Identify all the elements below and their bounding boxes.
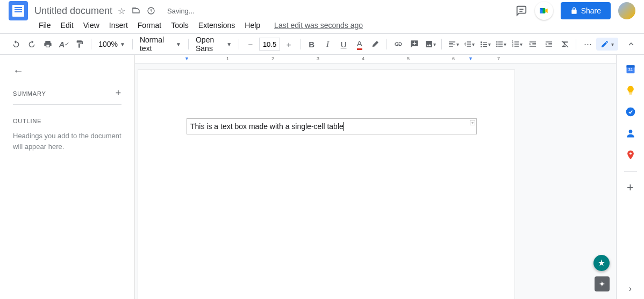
svg-text:31: 31	[628, 67, 632, 72]
highlight-button[interactable]	[368, 37, 383, 52]
font-decrease-button[interactable]: −	[243, 37, 258, 52]
insert-image-button[interactable]: ▾	[423, 37, 438, 52]
menu-tools[interactable]: Tools	[167, 19, 193, 32]
svg-point-6	[496, 44, 498, 45]
meet-icon[interactable]	[535, 2, 553, 20]
clear-formatting-button[interactable]	[557, 37, 573, 52]
text-color-button[interactable]: A	[352, 37, 367, 52]
svg-point-5	[496, 41, 498, 43]
svg-point-7	[496, 46, 498, 47]
explore-button[interactable]	[593, 255, 610, 271]
spellcheck-button[interactable]: A✓	[56, 37, 71, 52]
increase-indent-button[interactable]	[541, 37, 556, 52]
bulleted-list-button[interactable]: ▾	[493, 37, 509, 52]
single-cell-table[interactable]: ▾ This is a text box made with a single-…	[187, 118, 477, 134]
text-cursor	[344, 122, 344, 131]
more-tools-button[interactable]: ⋯	[580, 37, 595, 52]
undo-button[interactable]	[9, 37, 24, 52]
paint-format-button[interactable]	[73, 37, 88, 52]
keep-icon[interactable]	[625, 85, 636, 96]
svg-point-16	[628, 130, 632, 133]
zoom-select[interactable]: 100%▼	[95, 38, 128, 51]
textbox-content[interactable]: This is a text box made with a single-ce…	[190, 122, 344, 131]
insert-link-button[interactable]	[391, 37, 406, 52]
menu-insert[interactable]: Insert	[105, 19, 132, 32]
cloud-status-icon[interactable]	[147, 6, 155, 15]
redo-button[interactable]	[25, 37, 40, 52]
contacts-icon[interactable]	[625, 128, 636, 139]
table-handle-icon[interactable]: ▾	[470, 120, 475, 125]
italic-button[interactable]: I	[320, 37, 335, 52]
collapse-toolbar-button[interactable]	[627, 40, 635, 48]
outline-panel: ← SUMMARY + OUTLINE Headings you add to …	[0, 55, 134, 299]
summary-label: SUMMARY	[13, 90, 46, 97]
share-button[interactable]: Share	[561, 2, 611, 19]
tasks-icon[interactable]	[625, 106, 636, 117]
underline-button[interactable]: U	[336, 37, 351, 52]
horizontal-ruler[interactable]: ▼ 1 2 3 4 5 6 ▼ 7	[135, 55, 616, 63]
svg-point-17	[629, 152, 631, 154]
menu-format[interactable]: Format	[133, 19, 166, 32]
menu-help[interactable]: Help	[240, 19, 264, 32]
align-button[interactable]: ▾	[446, 37, 461, 52]
calendar-icon[interactable]: 31	[625, 63, 636, 74]
style-select[interactable]: Normal text▼	[137, 33, 184, 55]
numbered-list-button[interactable]: 123▾	[510, 37, 525, 52]
last-edit-link[interactable]: Last edit was seconds ago	[274, 21, 363, 30]
outline-close-button[interactable]: ←	[13, 65, 24, 76]
comment-history-icon[interactable]	[516, 5, 527, 17]
menu-file[interactable]: File	[34, 19, 55, 32]
outline-label: OUTLINE	[13, 118, 121, 124]
line-spacing-button[interactable]: ▾	[462, 37, 477, 52]
bold-button[interactable]: B	[304, 37, 319, 52]
star-icon[interactable]: ☆	[118, 6, 125, 16]
editing-mode-button[interactable]: ▾	[596, 38, 618, 51]
toolbar: A✓ 100%▼ Normal text▼ Open Sans▼ − 10.5 …	[0, 33, 644, 55]
checklist-button[interactable]: ▾	[477, 37, 492, 52]
print-button[interactable]	[40, 37, 55, 52]
account-avatar[interactable]	[618, 2, 635, 19]
move-icon[interactable]	[132, 6, 140, 15]
emoji-reaction-button[interactable]: ✦	[595, 276, 610, 291]
insert-comment-button[interactable]	[407, 37, 422, 52]
side-panel: 31 + ›	[616, 55, 644, 299]
docs-logo[interactable]	[9, 1, 28, 20]
font-increase-button[interactable]: +	[281, 37, 296, 52]
menu-edit[interactable]: Edit	[56, 19, 78, 32]
addons-icon[interactable]: +	[625, 182, 636, 193]
svg-text:3: 3	[512, 45, 513, 47]
maps-icon[interactable]	[625, 150, 636, 160]
hide-sidepanel-button[interactable]: ›	[629, 284, 632, 294]
menu-extensions[interactable]: Extensions	[194, 19, 239, 32]
font-size-input[interactable]: 10.5	[259, 38, 281, 51]
font-select[interactable]: Open Sans▼	[192, 33, 235, 55]
decrease-indent-button[interactable]	[525, 37, 540, 52]
saving-status: Saving...	[167, 7, 195, 15]
add-summary-button[interactable]: +	[116, 88, 121, 99]
outline-placeholder: Headings you add to the document will ap…	[13, 131, 121, 152]
page[interactable]: ▾ This is a text box made with a single-…	[138, 70, 514, 299]
document-canvas[interactable]: ▼ 1 2 3 4 5 6 ▼ 7 ▾ This is a text box m…	[134, 55, 616, 299]
doc-title[interactable]: Untitled document	[34, 5, 112, 17]
menu-view[interactable]: View	[79, 19, 104, 32]
svg-point-15	[626, 108, 635, 117]
